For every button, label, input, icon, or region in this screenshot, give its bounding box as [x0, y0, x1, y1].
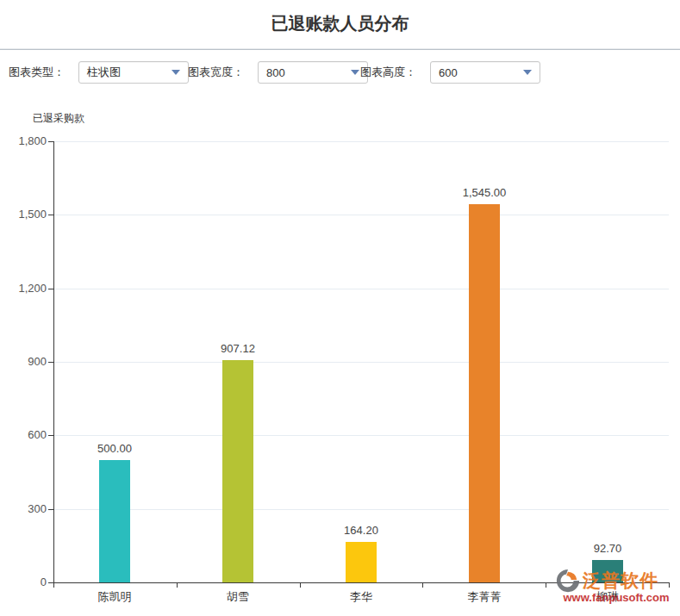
y-axis-title: 已退采购款 — [33, 111, 84, 126]
watermark-url: www.fanpusoft.com — [555, 591, 677, 604]
watermark: 泛普软件 www.fanpusoft.com — [555, 568, 677, 604]
header-divider — [0, 49, 680, 50]
chevron-down-icon — [351, 70, 359, 75]
chevron-down-icon — [172, 70, 180, 75]
x-axis-label: 胡雪 — [186, 589, 290, 605]
gridline — [53, 215, 669, 215]
bar-3[interactable] — [469, 204, 500, 582]
y-axis-tick-label: 300 — [3, 503, 47, 515]
chart-controls: 图表类型： 柱状图 图表宽度： 800 图表高度： 600 — [0, 61, 680, 84]
chart-width-group: 图表宽度： 800 — [188, 61, 368, 84]
bar-value-label: 92.70 — [565, 542, 651, 555]
bar-value-label: 907.12 — [195, 342, 281, 355]
y-axis-tick-label: 900 — [3, 356, 47, 368]
fanpu-logo-icon — [555, 568, 581, 594]
chart-width-label: 图表宽度： — [188, 65, 244, 80]
y-axis-line — [53, 141, 54, 582]
bar-2[interactable] — [346, 542, 377, 582]
chart-type-group: 图表类型： 柱状图 — [9, 61, 189, 84]
chart-height-select[interactable]: 600 — [430, 61, 540, 84]
y-axis-tick-label: 0 — [3, 576, 47, 588]
gridline — [53, 509, 669, 510]
chart-type-select[interactable]: 柱状图 — [78, 61, 189, 84]
bar-value-label: 500.00 — [72, 442, 158, 455]
x-axis-tick — [177, 583, 178, 588]
x-axis-label: 李菁菁 — [433, 589, 536, 605]
y-axis-tick-label: 1,800 — [3, 135, 47, 147]
y-axis-tick-label: 1,200 — [3, 283, 47, 295]
x-axis-tick — [422, 583, 423, 588]
x-axis-label: 李华 — [309, 589, 413, 605]
y-axis-tick-label: 1,500 — [3, 208, 47, 221]
watermark-brand: 泛普软件 — [583, 569, 658, 593]
chart-type-value: 柱状图 — [87, 65, 121, 80]
chart-height-value: 600 — [439, 66, 458, 79]
chart-height-label: 图表高度： — [360, 65, 416, 80]
bar-value-label: 164.20 — [318, 524, 404, 537]
bar-0[interactable] — [99, 460, 130, 582]
chart-page: 已退账款人员分布 图表类型： 柱状图 图表宽度： 800 图表高度： 600 已… — [0, 0, 680, 616]
gridline — [53, 435, 669, 436]
gridline — [53, 289, 669, 289]
x-axis-tick — [300, 583, 301, 588]
y-axis-tick-label: 600 — [3, 429, 47, 441]
bar-1[interactable] — [222, 360, 253, 582]
gridline — [53, 141, 669, 142]
page-title: 已退账款人员分布 — [0, 12, 680, 35]
bar-value-label: 1,545.00 — [441, 186, 527, 199]
chart-height-group: 图表高度： 600 — [360, 61, 540, 84]
chart-type-label: 图表类型： — [9, 65, 65, 80]
gridline — [53, 362, 669, 363]
x-axis-tick — [53, 583, 54, 588]
x-axis-label: 陈凯明 — [63, 589, 166, 605]
x-axis-tick — [546, 583, 546, 588]
chart-width-select[interactable]: 800 — [258, 61, 368, 84]
chevron-down-icon — [523, 70, 532, 75]
chart-width-value: 800 — [266, 66, 285, 79]
